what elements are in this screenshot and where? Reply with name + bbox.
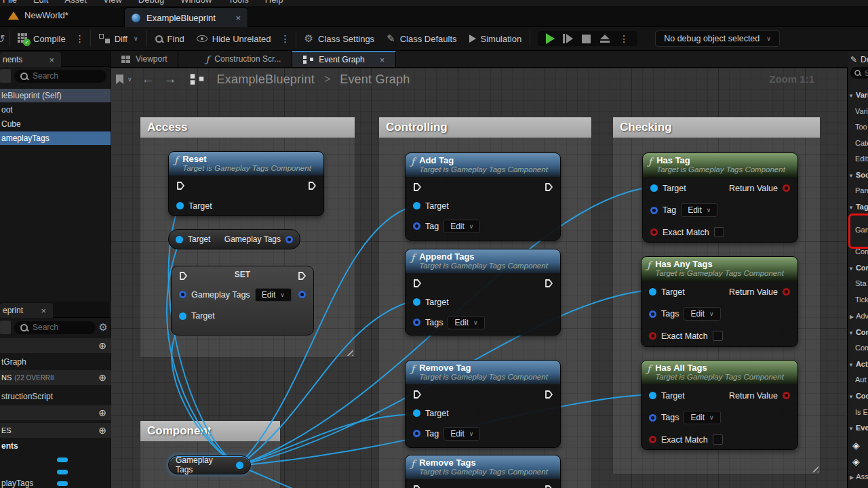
- menu-help[interactable]: Help: [265, 0, 283, 5]
- section-advanced[interactable]: ▶Adv: [850, 312, 868, 320]
- comment-title[interactable]: Access: [140, 117, 355, 138]
- exact-match-checkbox[interactable]: [713, 331, 723, 341]
- class-defaults-button[interactable]: ✎ Class Defaults: [380, 27, 462, 50]
- comment-title[interactable]: Controlling: [379, 117, 591, 138]
- edit-tags-button[interactable]: Edit∨: [448, 316, 484, 329]
- gameplaytags-out-pin[interactable]: [236, 462, 243, 469]
- target-pin[interactable]: [413, 298, 420, 306]
- exec-out-pin[interactable]: [544, 279, 553, 288]
- target-pin[interactable]: [413, 409, 420, 417]
- menu-file[interactable]: File: [3, 0, 17, 5]
- variables-section-header[interactable]: ES ⊕: [0, 423, 111, 438]
- construction-script-item[interactable]: structionScript: [0, 390, 111, 403]
- details-search-input[interactable]: S: [850, 67, 868, 79]
- exact-match-pin[interactable]: [650, 228, 658, 236]
- debug-object-dropdown[interactable]: No debug object selected ∨: [655, 30, 780, 47]
- detail-row[interactable]: Vari: [855, 107, 868, 115]
- event-graph-item[interactable]: tGraph: [0, 355, 111, 369]
- section-replication[interactable]: ▼Com: [848, 328, 868, 336]
- target-pin[interactable]: [649, 392, 656, 399]
- exec-in-pin[interactable]: [176, 181, 185, 190]
- tags-pin[interactable]: [649, 310, 656, 318]
- event-binding-icon[interactable]: ◈: [852, 440, 860, 451]
- node-reset[interactable]: ƒ Reset Target is Gameplay Tags Componen…: [168, 151, 324, 216]
- node-has-all-tags[interactable]: ƒ Has All Tags Target is Gameplay Tags C…: [641, 360, 798, 450]
- component-row-gameplaytags[interactable]: ameplayTags: [0, 131, 111, 145]
- section-tags[interactable]: ▼Tag: [848, 203, 868, 211]
- component-row-cube[interactable]: Cube: [0, 117, 111, 131]
- menu-tools[interactable]: Tools: [228, 0, 248, 5]
- event-binding-icon[interactable]: ◈: [852, 456, 860, 467]
- components-search-input[interactable]: Search: [14, 70, 106, 83]
- tags-pin[interactable]: [649, 414, 656, 422]
- node-append-tags[interactable]: ƒ Append Tags Target is Gameplay Tags Co…: [405, 249, 561, 336]
- play-options-icon[interactable]: ⋮: [616, 33, 632, 44]
- detail-row[interactable]: Too: [855, 123, 867, 131]
- variable-row[interactable]: [0, 453, 111, 466]
- detail-row[interactable]: Sta: [855, 279, 867, 287]
- component-row-root[interactable]: oot: [0, 103, 111, 117]
- node-add-tag[interactable]: ƒ Add Tag Target is Gameplay Tags Compon…: [405, 152, 561, 241]
- compile-options-icon[interactable]: ⋮: [72, 33, 88, 44]
- node-remove-tag[interactable]: ƒ Remove Tag Target is Gameplay Tags Com…: [405, 360, 561, 448]
- edit-tag-button[interactable]: Edit∨: [681, 203, 717, 217]
- tab-construction-script[interactable]: ƒ Construction Scr...: [178, 51, 292, 67]
- return-value-pin[interactable]: [783, 288, 790, 296]
- filter-button[interactable]: [0, 321, 11, 334]
- bookmark-button[interactable]: ∨: [116, 75, 132, 84]
- node-has-tag[interactable]: ƒ Has Tag Target is Gameplay Tags Compon…: [642, 152, 798, 243]
- add-variable-icon[interactable]: ⊕: [98, 425, 106, 436]
- exec-in-pin[interactable]: [412, 390, 422, 399]
- eject-icon[interactable]: [600, 35, 610, 43]
- edit-tags-button[interactable]: Edit∨: [684, 307, 720, 321]
- node-set-gameplaytags[interactable]: SET Gameplay Tags Edit∨ Target: [171, 266, 314, 336]
- menu-debug[interactable]: Debug: [138, 0, 164, 5]
- hide-unrelated-button[interactable]: Hide Unrelated: [191, 27, 277, 50]
- exec-out-pin[interactable]: [297, 271, 307, 281]
- detail-row[interactable]: Aut: [855, 375, 867, 384]
- history-icon[interactable]: ↺: [0, 33, 7, 45]
- tab-event-graph[interactable]: Event Graph ×: [292, 51, 396, 67]
- detail-row[interactable]: Tick: [855, 296, 868, 304]
- myblueprint-search-input[interactable]: Search: [14, 321, 96, 334]
- return-value-pin[interactable]: [783, 184, 790, 192]
- component-row-self[interactable]: leBlueprint (Self): [0, 89, 111, 102]
- play-icon[interactable]: [546, 33, 555, 44]
- comment-title[interactable]: Component: [140, 421, 280, 441]
- exec-out-pin[interactable]: [544, 390, 553, 399]
- myblueprint-tab[interactable]: eprint ×: [0, 303, 53, 318]
- forward-arrow-icon[interactable]: →: [164, 72, 177, 87]
- components-tab[interactable]: nents ×: [0, 52, 61, 67]
- tag-pin[interactable]: [413, 222, 420, 230]
- back-arrow-icon[interactable]: ←: [142, 72, 155, 87]
- tab-viewport[interactable]: Viewport: [111, 51, 178, 67]
- detail-row[interactable]: Edit: [855, 155, 868, 163]
- compile-button[interactable]: ✓ Compile: [12, 27, 72, 50]
- target-pin[interactable]: [650, 184, 658, 192]
- exec-out-pin[interactable]: [307, 181, 317, 190]
- detail-row[interactable]: Cate: [855, 139, 868, 147]
- exec-in-pin[interactable]: [412, 182, 422, 192]
- find-button[interactable]: Find: [149, 27, 191, 50]
- gameplaytags-out-pin[interactable]: [285, 236, 293, 243]
- gameplaytags-in-pin[interactable]: [179, 291, 186, 298]
- section-variable[interactable]: ▼Vari: [848, 91, 868, 99]
- edit-tag-button[interactable]: Edit∨: [443, 427, 480, 441]
- details-tab[interactable]: ✎ De: [850, 55, 868, 64]
- close-icon[interactable]: ×: [380, 55, 385, 65]
- graphs-section-header[interactable]: ⊕: [0, 338, 111, 353]
- return-value-pin[interactable]: [783, 392, 790, 399]
- node-has-any-tags[interactable]: ƒ Has Any Tags Target is Gameplay Tags C…: [641, 256, 798, 347]
- tag-pin[interactable]: [413, 430, 420, 437]
- exact-match-pin[interactable]: [649, 332, 656, 340]
- section-component-tick[interactable]: ▼Con: [848, 264, 868, 272]
- target-pin[interactable]: [176, 202, 184, 209]
- detail-row[interactable]: Is E: [855, 408, 868, 416]
- target-pin[interactable]: [176, 236, 183, 243]
- gameplaytags-out-pin[interactable]: [298, 291, 306, 298]
- simulation-button[interactable]: Simulation: [463, 27, 528, 50]
- functions-section-header[interactable]: NS (22 OVERRII ⊕: [0, 370, 111, 385]
- section-activation[interactable]: ▼Acti: [848, 360, 868, 368]
- menu-view[interactable]: View: [103, 0, 122, 5]
- exact-match-checkbox[interactable]: [714, 227, 724, 237]
